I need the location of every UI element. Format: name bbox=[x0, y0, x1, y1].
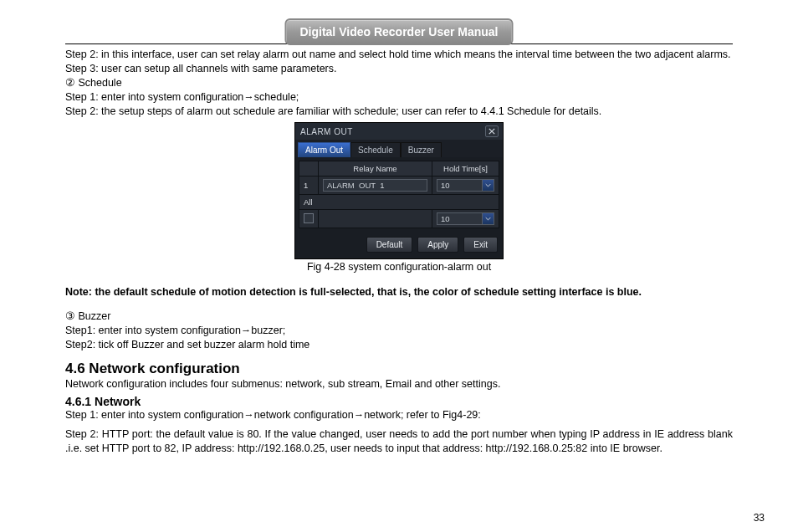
schedule-step2: Step 2: the setup steps of alarm out sch… bbox=[65, 105, 733, 119]
buzzer-step1: Step1: enter into system configuration→b… bbox=[65, 324, 733, 338]
row1-hold-cell: 10 bbox=[432, 176, 499, 195]
all-hold-dropdown[interactable]: 10 bbox=[437, 212, 494, 225]
network-step1: Step 1: enter into system configuration→… bbox=[65, 408, 733, 422]
chevron-down-icon bbox=[482, 180, 494, 191]
table-row-all: 10 bbox=[299, 210, 499, 228]
all-label: All bbox=[299, 195, 499, 210]
col-blank bbox=[299, 161, 319, 176]
all-hold-cell: 10 bbox=[432, 210, 499, 228]
dialog-titlebar: ALARM OUT bbox=[295, 123, 503, 140]
section-4-6-intro: Network configuration includes four subm… bbox=[65, 377, 733, 391]
section-4-6-heading: 4.6 Network configuration bbox=[65, 361, 733, 377]
buzzer-heading: ③ Buzzer bbox=[65, 309, 733, 324]
figure-caption: Fig 4-28 system configuration-alarm out bbox=[65, 261, 733, 273]
row1-name-cell bbox=[319, 176, 432, 195]
tab-buzzer[interactable]: Buzzer bbox=[401, 142, 442, 157]
apply-button[interactable]: Apply bbox=[417, 237, 458, 253]
schedule-heading: ② Schedule bbox=[65, 76, 733, 90]
note-text: Note: the default schedule of motion det… bbox=[65, 286, 733, 298]
hold-time-dropdown[interactable]: 10 bbox=[437, 179, 494, 192]
page-number: 33 bbox=[754, 512, 765, 524]
dialog-title-text: ALARM OUT bbox=[300, 127, 353, 136]
step2-relay-text: Step 2: in this interface, user can set … bbox=[65, 48, 733, 62]
col-hold-time: Hold Time[s] bbox=[432, 161, 499, 176]
alarm-out-dialog: ALARM OUT Alarm Out Schedule Buzzer Rela… bbox=[294, 122, 504, 259]
close-button[interactable] bbox=[485, 125, 499, 137]
dialog-tabs: Alarm Out Schedule Buzzer bbox=[295, 140, 503, 157]
col-relay-name: Relay Name bbox=[319, 161, 432, 176]
alarm-out-table: Relay Name Hold Time[s] 1 10 bbox=[299, 161, 499, 228]
default-button[interactable]: Default bbox=[366, 237, 413, 253]
all-checkbox[interactable] bbox=[304, 213, 314, 223]
header-title: Digital Video Recorder User Manual bbox=[284, 18, 513, 45]
tab-alarm-out[interactable]: Alarm Out bbox=[298, 142, 350, 157]
hold-time-value: 10 bbox=[441, 181, 450, 190]
tab-schedule[interactable]: Schedule bbox=[350, 142, 401, 157]
exit-button[interactable]: Exit bbox=[463, 237, 498, 253]
section-4-6-1-heading: 4.6.1 Network bbox=[65, 395, 733, 408]
chevron-down-icon bbox=[482, 213, 494, 224]
network-step2: Step 2: HTTP port: the default value is … bbox=[65, 427, 733, 456]
buzzer-step2: Step2: tick off Buzzer and set buzzer al… bbox=[65, 338, 733, 352]
step3-text: Step 3: user can setup all channels with… bbox=[65, 62, 733, 76]
all-name-cell bbox=[319, 210, 432, 228]
all-hold-value: 10 bbox=[441, 214, 450, 223]
table-row-all-label: All bbox=[299, 195, 499, 210]
close-icon bbox=[489, 128, 495, 135]
schedule-step1: Step 1: enter into system configuration→… bbox=[65, 90, 733, 105]
relay-name-input[interactable] bbox=[323, 179, 427, 192]
row1-index: 1 bbox=[299, 176, 319, 195]
table-row: 1 10 bbox=[299, 176, 499, 195]
all-check-cell bbox=[299, 210, 319, 228]
dialog-footer: Default Apply Exit bbox=[295, 232, 503, 258]
